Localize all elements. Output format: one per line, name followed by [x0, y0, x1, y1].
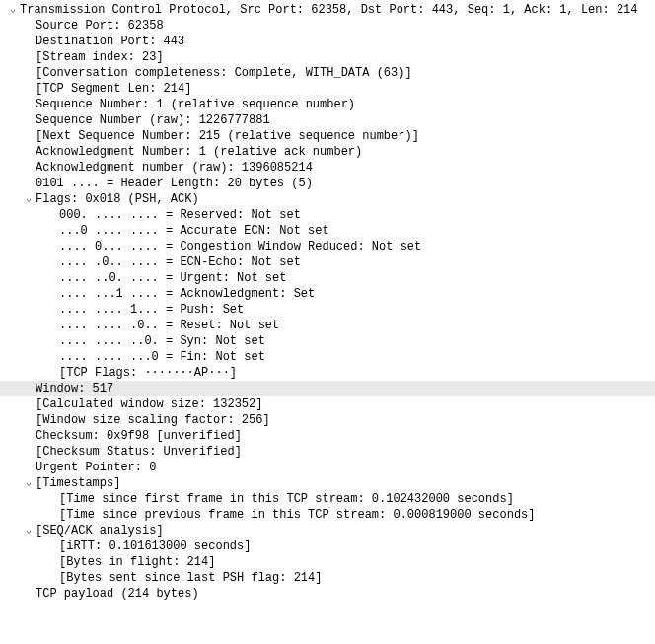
window-label: Window: 517 — [36, 381, 113, 396]
window-scale-row[interactable]: [Window size scaling factor: 256] — [0, 412, 655, 428]
sequence-number-raw-row[interactable]: Sequence Number (raw): 1226777881 — [0, 112, 655, 128]
tcp-payload-label: TCP payload (214 bytes) — [36, 586, 199, 602]
flag-ecn-row[interactable]: .... .0.. .... = ECN-Echo: Not set — [0, 254, 655, 270]
calc-window-label: [Calculated window size: 132352] — [36, 396, 262, 412]
ack-number-label: Acknowledgment Number: 1 (relative ack n… — [36, 144, 362, 160]
checksum-status-label: [Checksum Status: Unverified] — [36, 444, 242, 460]
flag-ecn-label: .... .0.. .... = ECN-Echo: Not set — [59, 254, 301, 270]
header-length-row[interactable]: 0101 .... = Header Length: 20 bytes (5) — [0, 176, 655, 191]
timestamps-row[interactable]: ⌄ [Timestamps] — [0, 475, 655, 491]
seqack-label: [SEQ/ACK analysis] — [36, 523, 164, 538]
timestamps-label: [Timestamps] — [36, 475, 120, 491]
flag-fin-row[interactable]: .... .... ...0 = Fin: Not set — [0, 349, 655, 365]
time-since-first-row[interactable]: [Time since first frame in this TCP stre… — [0, 491, 655, 507]
segment-len-label: [TCP Segment Len: 214] — [36, 81, 191, 97]
flag-fin-label: .... .... ...0 = Fin: Not set — [59, 349, 265, 365]
packet-details-tree: ⌄ Transmission Control Protocol, Src Por… — [0, 0, 655, 604]
calc-window-row[interactable]: [Calculated window size: 132352] — [0, 396, 655, 412]
irtt-label: [iRTT: 0.101613000 seconds] — [59, 538, 251, 554]
flag-ack-row[interactable]: .... ...1 .... = Acknowledgment: Set — [0, 286, 655, 302]
flag-aecn-row[interactable]: ...0 .... .... = Accurate ECN: Not set — [0, 223, 655, 239]
chevron-down-icon[interactable]: ⌄ — [22, 523, 36, 538]
conversation-completeness-row[interactable]: [Conversation completeness: Complete, WI… — [0, 65, 655, 81]
tcp-header-label: Transmission Control Protocol, Src Port:… — [20, 2, 638, 18]
ack-number-raw-row[interactable]: Acknowledgment number (raw): 1396085214 — [0, 160, 655, 176]
stream-index-row[interactable]: [Stream index: 23] — [0, 49, 655, 65]
flag-syn-label: .... .... ..0. = Syn: Not set — [59, 333, 265, 349]
source-port-label: Source Port: 62358 — [36, 18, 164, 34]
flag-reserved-label: 000. .... .... = Reserved: Not set — [59, 207, 301, 223]
bytes-in-flight-label: [Bytes in flight: 214] — [59, 554, 215, 570]
segment-len-row[interactable]: [TCP Segment Len: 214] — [0, 81, 655, 97]
flag-string-row[interactable]: [TCP Flags: ·······AP···] — [0, 365, 655, 381]
stream-index-label: [Stream index: 23] — [36, 49, 164, 65]
chevron-down-icon[interactable]: ⌄ — [6, 2, 20, 18]
checksum-row[interactable]: Checksum: 0x9f98 [unverified] — [0, 428, 655, 444]
flag-cwr-row[interactable]: .... 0... .... = Congestion Window Reduc… — [0, 239, 655, 254]
flag-rst-label: .... .... .0.. = Reset: Not set — [59, 318, 279, 333]
flag-psh-row[interactable]: .... .... 1... = Push: Set — [0, 302, 655, 318]
flag-rst-row[interactable]: .... .... .0.. = Reset: Not set — [0, 318, 655, 333]
tcp-payload-row[interactable]: TCP payload (214 bytes) — [0, 586, 655, 602]
source-port-row[interactable]: Source Port: 62358 — [0, 18, 655, 34]
flag-aecn-label: ...0 .... .... = Accurate ECN: Not set — [59, 223, 329, 239]
destination-port-row[interactable]: Destination Port: 443 — [0, 34, 655, 49]
header-length-label: 0101 .... = Header Length: 20 bytes (5) — [36, 176, 313, 191]
urgent-pointer-row[interactable]: Urgent Pointer: 0 — [0, 460, 655, 475]
tcp-header-row[interactable]: ⌄ Transmission Control Protocol, Src Por… — [0, 2, 655, 18]
urgent-pointer-label: Urgent Pointer: 0 — [36, 460, 156, 475]
flag-syn-row[interactable]: .... .... ..0. = Syn: Not set — [0, 333, 655, 349]
flag-ack-label: .... ...1 .... = Acknowledgment: Set — [59, 286, 315, 302]
destination-port-label: Destination Port: 443 — [36, 34, 184, 49]
time-since-first-label: [Time since first frame in this TCP stre… — [59, 491, 514, 507]
checksum-status-row[interactable]: [Checksum Status: Unverified] — [0, 444, 655, 460]
flag-urg-row[interactable]: .... ..0. .... = Urgent: Not set — [0, 270, 655, 286]
flag-psh-label: .... .... 1... = Push: Set — [59, 302, 244, 318]
flag-cwr-label: .... 0... .... = Congestion Window Reduc… — [59, 239, 421, 254]
time-since-prev-label: [Time since previous frame in this TCP s… — [59, 507, 535, 523]
next-sequence-label: [Next Sequence Number: 215 (relative seq… — [36, 128, 419, 144]
chevron-down-icon[interactable]: ⌄ — [22, 475, 36, 491]
window-scale-label: [Window size scaling factor: 256] — [36, 412, 270, 428]
checksum-label: Checksum: 0x9f98 [unverified] — [36, 428, 242, 444]
chevron-down-icon[interactable]: ⌄ — [22, 191, 36, 207]
bytes-since-psh-label: [Bytes sent since last PSH flag: 214] — [59, 570, 322, 586]
irtt-row[interactable]: [iRTT: 0.101613000 seconds] — [0, 538, 655, 554]
ack-number-raw-label: Acknowledgment number (raw): 1396085214 — [36, 160, 313, 176]
flag-string-label: [TCP Flags: ·······AP···] — [59, 365, 237, 381]
flag-reserved-row[interactable]: 000. .... .... = Reserved: Not set — [0, 207, 655, 223]
conversation-completeness-label: [Conversation completeness: Complete, WI… — [36, 65, 412, 81]
ack-number-row[interactable]: Acknowledgment Number: 1 (relative ack n… — [0, 144, 655, 160]
next-sequence-row[interactable]: [Next Sequence Number: 215 (relative seq… — [0, 128, 655, 144]
window-row[interactable]: Window: 517 — [0, 381, 655, 396]
flag-urg-label: .... ..0. .... = Urgent: Not set — [59, 270, 286, 286]
seqack-row[interactable]: ⌄ [SEQ/ACK analysis] — [0, 523, 655, 538]
sequence-number-raw-label: Sequence Number (raw): 1226777881 — [36, 112, 270, 128]
flags-row[interactable]: ⌄ Flags: 0x018 (PSH, ACK) — [0, 191, 655, 207]
sequence-number-label: Sequence Number: 1 (relative sequence nu… — [36, 97, 355, 112]
time-since-prev-row[interactable]: [Time since previous frame in this TCP s… — [0, 507, 655, 523]
flags-label: Flags: 0x018 (PSH, ACK) — [36, 191, 199, 207]
sequence-number-row[interactable]: Sequence Number: 1 (relative sequence nu… — [0, 97, 655, 112]
bytes-in-flight-row[interactable]: [Bytes in flight: 214] — [0, 554, 655, 570]
bytes-since-psh-row[interactable]: [Bytes sent since last PSH flag: 214] — [0, 570, 655, 586]
